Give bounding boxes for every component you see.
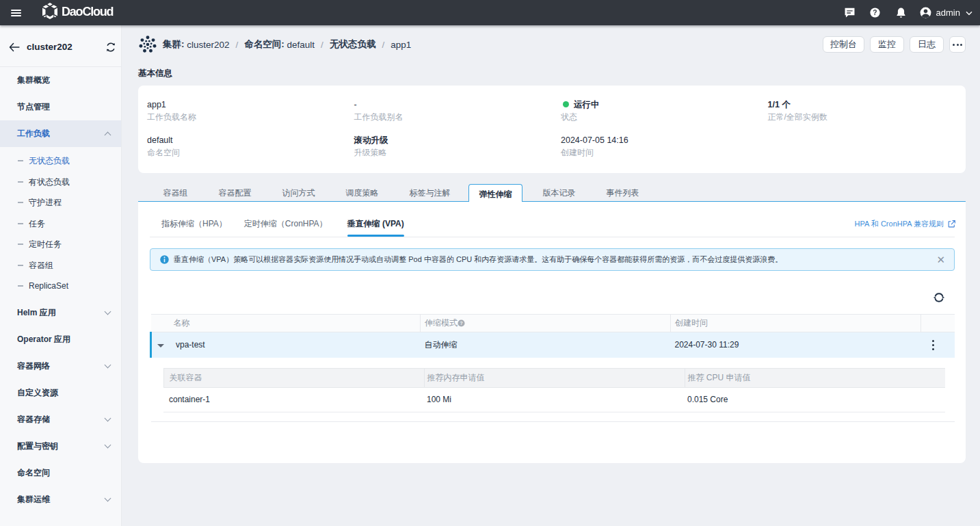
svg-text:?: ? <box>873 9 877 16</box>
svg-text:?: ? <box>460 321 462 326</box>
